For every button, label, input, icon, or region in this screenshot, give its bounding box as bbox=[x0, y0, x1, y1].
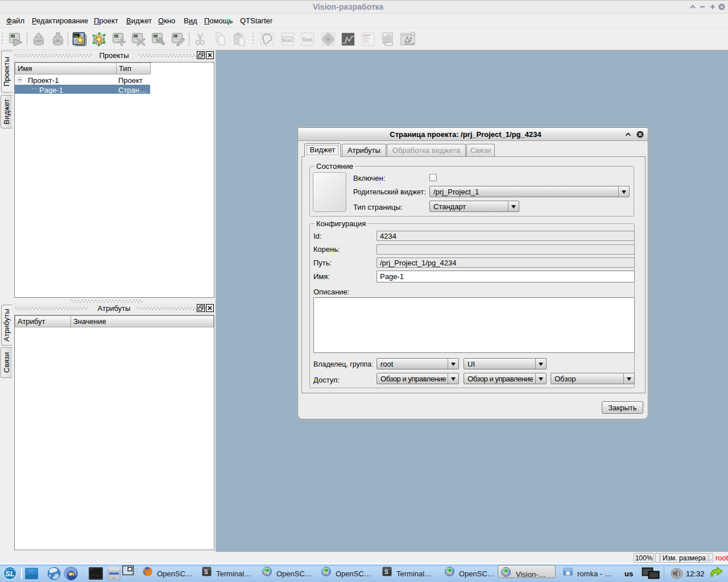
svg-text:Value: Value bbox=[404, 42, 413, 45]
svg-text:88.90: 88.90 bbox=[115, 35, 122, 38]
svg-text:88.90: 88.90 bbox=[174, 35, 181, 38]
svg-text:Order: Order bbox=[386, 34, 392, 36]
svg-text:SL: SL bbox=[5, 569, 15, 578]
svg-text:Enter: Enter bbox=[283, 38, 291, 41]
svg-text:Text: Text bbox=[302, 36, 313, 43]
svg-text:88.90: 88.90 bbox=[154, 35, 162, 38]
svg-text:88.90: 88.90 bbox=[11, 35, 19, 38]
svg-text:S: S bbox=[384, 569, 388, 575]
svg-text:S: S bbox=[204, 569, 208, 575]
svg-text:88.90: 88.90 bbox=[134, 35, 142, 38]
